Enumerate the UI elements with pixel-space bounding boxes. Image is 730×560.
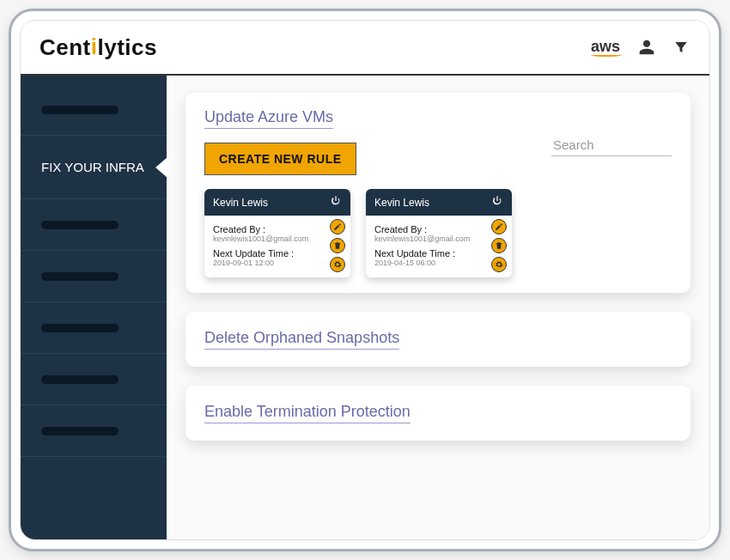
rule-card: Kevin Lewis Created By : kevinlewis1001@…	[366, 189, 512, 277]
aws-label: aws	[591, 38, 620, 55]
rule-cards-row: Kevin Lewis Created By : kevinlewis1001@…	[204, 189, 672, 277]
sidebar-item-placeholder[interactable]	[21, 302, 167, 354]
placeholder-bar-icon	[41, 375, 119, 384]
panel-termination-protection[interactable]: Enable Termination Protection	[186, 386, 690, 441]
logo-part-right: lytics	[98, 34, 158, 60]
sidebar-item-placeholder[interactable]	[21, 84, 167, 136]
panel-header-row: Update Azure VMs CREATE NEW RULE	[204, 108, 672, 175]
created-by-label: Created By :	[374, 224, 503, 234]
rule-card-actions	[491, 219, 507, 272]
delete-icon[interactable]	[330, 238, 345, 253]
topbar: Centilytics aws	[21, 21, 709, 76]
settings-icon[interactable]	[330, 257, 345, 272]
app-shell: Centilytics aws FIX YOUR INFRA	[20, 20, 710, 540]
power-icon[interactable]	[330, 195, 342, 210]
sidebar-item-placeholder[interactable]	[21, 354, 167, 405]
rule-card-body: Created By : kevinlewis1001@gmail.com Ne…	[366, 216, 512, 277]
sidebar-item-placeholder[interactable]	[21, 405, 167, 457]
rule-card-body: Created By : kevinlewis1001@gmail.com Ne…	[204, 216, 350, 277]
placeholder-bar-icon	[41, 427, 119, 435]
placeholder-bar-icon	[41, 324, 119, 332]
created-by-value: kevinlewis1001@gmail.com	[213, 234, 342, 243]
panel-title-snapshots[interactable]: Delete Orphaned Snapshots	[204, 329, 399, 350]
sidebar: FIX YOUR INFRA	[21, 76, 167, 539]
sidebar-item-placeholder[interactable]	[21, 251, 167, 302]
next-update-label: Next Update Time :	[374, 248, 503, 259]
rule-card-actions	[330, 219, 345, 272]
next-update-value: 2019-09-01 12:00	[213, 259, 342, 267]
device-frame: Centilytics aws FIX YOUR INFRA	[9, 9, 721, 551]
placeholder-bar-icon	[41, 106, 119, 114]
filter-icon[interactable]	[672, 38, 690, 57]
topbar-right: aws	[591, 38, 690, 57]
create-new-rule-button[interactable]: CREATE NEW RULE	[204, 143, 356, 175]
panel-delete-snapshots[interactable]: Delete Orphaned Snapshots	[186, 312, 690, 367]
created-by-value: kevinlewis1001@gmail.com	[374, 234, 503, 243]
rule-card: Kevin Lewis Created By : kevinlewis1001@…	[204, 189, 350, 277]
panel-update-azure-vms: Update Azure VMs CREATE NEW RULE Kevin L…	[186, 93, 690, 293]
rule-card-header: Kevin Lewis	[204, 189, 350, 216]
sidebar-item-placeholder[interactable]	[21, 199, 167, 251]
search-input[interactable]	[551, 134, 672, 156]
placeholder-bar-icon	[41, 272, 119, 281]
power-icon[interactable]	[491, 195, 503, 210]
logo-part-accent: i	[91, 33, 98, 59]
rule-owner-name: Kevin Lewis	[374, 197, 429, 209]
user-icon[interactable]	[637, 38, 656, 57]
rule-owner-name: Kevin Lewis	[213, 197, 268, 209]
next-update-label: Next Update Time :	[213, 248, 342, 259]
edit-icon[interactable]	[491, 219, 507, 234]
body-row: FIX YOUR INFRA Update Azure VMs CREATE N…	[21, 76, 709, 539]
next-update-value: 2019-04-15 06:00	[374, 259, 503, 267]
panel-title-termination[interactable]: Enable Termination Protection	[204, 403, 411, 423]
logo-part-left: Cent	[40, 34, 91, 60]
settings-icon[interactable]	[491, 257, 507, 272]
created-by-label: Created By :	[213, 224, 342, 234]
brand-logo[interactable]: Centilytics	[40, 34, 157, 61]
sidebar-item-label: FIX YOUR INFRA	[41, 159, 144, 176]
edit-icon[interactable]	[330, 219, 345, 234]
sidebar-item-fix-your-infra[interactable]: FIX YOUR INFRA	[21, 136, 167, 199]
placeholder-bar-icon	[41, 221, 119, 229]
delete-icon[interactable]	[491, 238, 507, 253]
rule-card-header: Kevin Lewis	[366, 189, 512, 216]
panel-title-update[interactable]: Update Azure VMs	[204, 108, 333, 129]
aws-badge[interactable]: aws	[591, 39, 622, 57]
main-content: Update Azure VMs CREATE NEW RULE Kevin L…	[167, 76, 709, 539]
